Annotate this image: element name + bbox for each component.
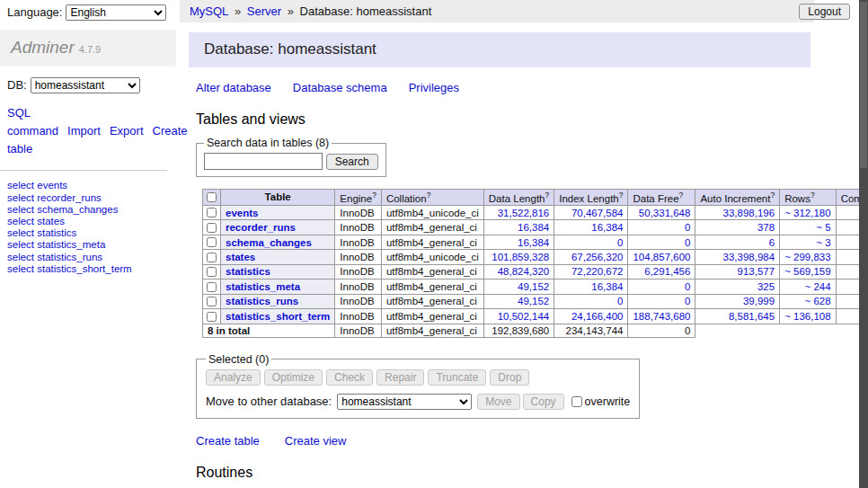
auto-increment-link[interactable]: 325 <box>757 281 775 292</box>
help-marker[interactable]: ? <box>770 191 775 200</box>
data-length-link[interactable]: 31,522,816 <box>498 208 550 218</box>
sidebar-item-statistics[interactable]: select statistics <box>7 227 169 238</box>
index-length-link[interactable]: 0 <box>617 237 623 248</box>
repair-button[interactable]: Repair <box>376 369 424 386</box>
auto-increment-link[interactable]: 33,398,984 <box>723 252 775 262</box>
table-link-states[interactable]: states <box>226 252 255 262</box>
table-link-statistics-short-term[interactable]: statistics_short_term <box>226 311 330 322</box>
scrollbar-thumb[interactable] <box>860 2 867 168</box>
breadcrumb-item-server[interactable]: Server <box>247 4 281 18</box>
table-link-statistics-runs[interactable]: statistics_runs <box>226 296 298 306</box>
index-length-link[interactable]: 16,384 <box>591 222 623 233</box>
create-table-link[interactable]: Create table <box>196 434 260 448</box>
table-link-schema-changes[interactable]: schema_changes <box>226 237 312 248</box>
data-free-link[interactable]: 0 <box>685 237 690 248</box>
table-link-statistics-meta[interactable]: statistics_meta <box>226 281 300 292</box>
data-length-link[interactable]: 49,152 <box>518 296 549 306</box>
row-checkbox[interactable] <box>207 312 217 322</box>
index-length-link[interactable]: 67,256,320 <box>571 252 624 262</box>
sidebar-item-states[interactable]: select states <box>7 216 169 226</box>
sidebar-item-statistics-runs[interactable]: select statistics_runs <box>7 252 169 262</box>
data-free-link[interactable]: 0 <box>685 222 690 233</box>
rows-link[interactable]: ~ 299,833 <box>784 252 830 262</box>
overwrite-checkbox[interactable] <box>571 396 582 407</box>
data-free-link[interactable]: 0 <box>685 281 690 292</box>
data-free-link[interactable]: 0 <box>685 296 690 306</box>
db-select[interactable]: homeassistant <box>31 77 140 93</box>
auto-increment-link[interactable]: 33,898,196 <box>723 208 775 218</box>
auto-increment-link[interactable]: 913,577 <box>738 266 775 277</box>
data-free-link[interactable]: 104,857,600 <box>633 252 690 262</box>
rows-link[interactable]: ~ 3 <box>816 237 830 248</box>
db-nav-privileges[interactable]: Privileges <box>409 81 459 94</box>
index-length-link[interactable]: 0 <box>617 296 623 306</box>
rows-link[interactable]: ~ 569,159 <box>784 266 830 277</box>
table-link-statistics[interactable]: statistics <box>226 266 270 277</box>
analyze-button[interactable]: Analyze <box>206 369 261 386</box>
db-nav-database-schema[interactable]: Database schema <box>293 81 387 94</box>
row-checkbox[interactable] <box>207 297 217 306</box>
data-length-link[interactable]: 49,152 <box>518 281 549 292</box>
data-length-link[interactable]: 16,384 <box>518 237 549 248</box>
auto-increment-link[interactable]: 39,999 <box>743 296 775 306</box>
index-length-link[interactable]: 16,384 <box>591 281 623 292</box>
help-marker[interactable]: ? <box>619 191 624 200</box>
language-select[interactable]: English <box>66 4 166 21</box>
breadcrumb-item-mysql[interactable]: MySQL <box>190 4 228 18</box>
table-link-events[interactable]: events <box>226 208 258 218</box>
row-checkbox[interactable] <box>207 267 217 277</box>
sidebar-item-events[interactable]: select events <box>7 180 169 191</box>
help-marker[interactable]: ? <box>679 191 684 200</box>
row-checkbox[interactable] <box>207 237 217 247</box>
sidebar-action-sql-command[interactable]: SQL command <box>7 106 58 138</box>
data-free-link[interactable]: 50,331,648 <box>639 208 691 218</box>
sidebar-item-statistics-meta[interactable]: select statistics_meta <box>7 239 169 250</box>
optimize-button[interactable]: Optimize <box>264 369 323 386</box>
auto-increment-link[interactable]: 378 <box>757 222 775 233</box>
sidebar-item-schema-changes[interactable]: select schema_changes <box>7 204 169 215</box>
select-all-checkbox[interactable] <box>207 192 217 202</box>
sidebar-item-recorder-runs[interactable]: select recorder_runs <box>7 192 169 203</box>
row-checkbox[interactable] <box>207 282 217 292</box>
data-length-link[interactable]: 48,824,320 <box>498 266 550 277</box>
move-db-select[interactable]: homeassistant <box>337 394 472 410</box>
drop-button[interactable]: Drop <box>490 369 529 386</box>
copy-button[interactable]: Copy <box>523 394 564 410</box>
sidebar-action-import[interactable]: Import <box>67 124 101 138</box>
search-button[interactable]: Search <box>326 154 378 170</box>
auto-increment-link[interactable]: 6 <box>769 237 775 248</box>
app-title[interactable]: Adminer <box>11 38 75 57</box>
help-marker[interactable]: ? <box>372 191 376 200</box>
data-length-link[interactable]: 10,502,144 <box>498 311 550 322</box>
move-button[interactable]: Move <box>477 394 519 410</box>
rows-link[interactable]: ~ 136,108 <box>784 311 830 322</box>
data-length-link[interactable]: 101,859,328 <box>492 252 549 262</box>
data-length-link[interactable]: 16,384 <box>518 222 549 233</box>
db-nav-alter-database[interactable]: Alter database <box>196 81 271 94</box>
sidebar-action-export[interactable]: Export <box>110 124 144 138</box>
table-link-recorder-runs[interactable]: recorder_runs <box>226 222 296 233</box>
rows-link[interactable]: ~ 312,180 <box>784 208 830 218</box>
row-checkbox[interactable] <box>207 208 217 217</box>
search-input[interactable] <box>204 153 323 170</box>
help-marker[interactable]: ? <box>810 191 815 200</box>
auto-increment-link[interactable]: 8,581,645 <box>729 311 775 322</box>
rows-link[interactable]: ~ 244 <box>805 281 831 292</box>
rows-link[interactable]: ~ 5 <box>816 222 830 233</box>
sidebar-item-statistics-short-term[interactable]: select statistics_short_term <box>7 263 169 274</box>
check-button[interactable]: Check <box>326 369 373 386</box>
rows-link[interactable]: ~ 628 <box>805 296 831 306</box>
index-length-link[interactable]: 24,166,400 <box>571 311 624 322</box>
scrollbar[interactable] <box>859 0 868 488</box>
row-checkbox[interactable] <box>207 223 217 233</box>
create-view-link[interactable]: Create view <box>285 434 347 448</box>
index-length-link[interactable]: 72,220,672 <box>571 266 624 277</box>
data-free-link[interactable]: 6,291,456 <box>644 266 690 277</box>
row-checkbox[interactable] <box>207 253 217 262</box>
index-length-link[interactable]: 70,467,584 <box>571 208 624 218</box>
logout-button[interactable]: Logout <box>799 4 850 20</box>
help-marker[interactable]: ? <box>545 191 549 200</box>
help-marker[interactable]: ? <box>427 191 431 200</box>
data-free-link[interactable]: 188,743,680 <box>633 311 690 322</box>
truncate-button[interactable]: Truncate <box>428 369 486 386</box>
